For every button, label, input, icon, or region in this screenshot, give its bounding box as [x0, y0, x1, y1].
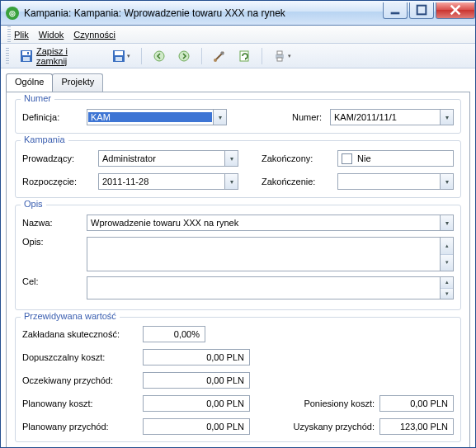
group-desc: Opis Nazwa: Wprowadzenie towaru XXX na r…: [15, 205, 461, 310]
definition-value: KAM: [88, 112, 212, 122]
window-controls: [381, 2, 475, 19]
end-combo[interactable]: ▾: [337, 173, 454, 190]
toolbar-separator-2: [201, 48, 202, 64]
lead-combo[interactable]: Administrator ▾: [98, 150, 238, 167]
titlebar: ◎ Kampania: Kampania: Wprowadzenie towar…: [1, 1, 475, 26]
lead-label: Prowadzący:: [22, 153, 98, 163]
print-button[interactable]: ▾: [269, 47, 295, 65]
eff-input[interactable]: 0,00%: [143, 326, 205, 342]
group-campaign: Kampania Prowadzący: Administrator ▾ Zak…: [15, 140, 461, 198]
svg-rect-15: [277, 58, 282, 61]
spin-buttons[interactable]: ▴▾: [440, 238, 453, 271]
tab-bar: Ogólne Projekty: [6, 73, 470, 92]
group-value: Przewidywana wartość Zakładana skuteczno…: [15, 317, 461, 442]
exprev-input[interactable]: 0,00 PLN: [143, 372, 250, 389]
menu-view[interactable]: Widok: [39, 30, 64, 40]
tools-icon: [213, 50, 226, 63]
save-close-label: Zapisz i zamknij: [36, 46, 101, 66]
goal-textarea[interactable]: ▴▾: [87, 276, 454, 299]
group-desc-legend: Opis: [21, 199, 46, 209]
start-value: 2011-11-28: [99, 177, 224, 186]
plancost-input[interactable]: 0,00 PLN: [143, 395, 250, 412]
spin-buttons[interactable]: ▴▾: [440, 277, 453, 299]
close-button[interactable]: [436, 2, 475, 19]
dropdown-arrow-icon-2: ▾: [288, 53, 291, 59]
number-value: KAM/2011/11/1: [331, 112, 440, 122]
toolbar-separator-3: [262, 48, 262, 64]
chevron-down-icon: ▾: [213, 110, 226, 125]
svg-point-9: [154, 51, 164, 61]
desc-textarea[interactable]: ▴▾: [87, 237, 454, 271]
window-title: Kampania: Kampania: Wprowadzenie towaru …: [24, 7, 381, 19]
svg-rect-14: [277, 51, 282, 54]
menubar-handle: [7, 26, 11, 43]
planrev-label: Planowany przychód:: [22, 422, 143, 431]
plancost-label: Planowany koszt:: [22, 398, 143, 408]
definition-label: Definicja:: [22, 112, 87, 122]
save-button[interactable]: ▾: [108, 47, 134, 65]
tab-general[interactable]: Ogólne: [6, 73, 53, 92]
svg-rect-4: [23, 57, 30, 61]
exprev-label: Oczekiwany przychód:: [22, 375, 143, 385]
chevron-down-icon: ▾: [440, 215, 453, 230]
start-combo[interactable]: 2011-11-28 ▾: [98, 173, 238, 190]
lead-value: Administrator: [99, 153, 224, 163]
gainrev-input[interactable]: 123,00 PLN: [379, 418, 454, 435]
tab-projects[interactable]: Projekty: [52, 73, 103, 92]
eff-label: Zakładana skuteczność:: [22, 329, 143, 339]
end-label: Zakończenie:: [258, 177, 337, 186]
minimize-button[interactable]: [383, 2, 408, 19]
toolbar-separator: [141, 48, 142, 64]
inccost-input[interactable]: 0,00 PLN: [379, 395, 454, 412]
svg-rect-1: [417, 6, 427, 15]
menubar: Plik Widok Czynności: [1, 26, 475, 44]
toolbar: Zapisz i zamknij ▾ ▾: [1, 44, 475, 68]
printer-icon: [273, 50, 286, 63]
toolbar-handle: [6, 48, 9, 64]
chevron-down-icon: ▾: [224, 151, 238, 166]
goal-label: Cel:: [22, 276, 87, 286]
maxcost-input[interactable]: 0,00 PLN: [143, 349, 250, 365]
name-combo[interactable]: Wprowadzenie towaru XXX na rynek ▾: [87, 215, 454, 231]
number-combo[interactable]: KAM/2011/11/1 ▾: [330, 109, 454, 125]
inccost-label: Poniesiony koszt:: [276, 398, 379, 408]
planrev-input[interactable]: 0,00 PLN: [143, 418, 250, 435]
number-label: Numer:: [292, 112, 330, 122]
chevron-down-icon: ▾: [224, 174, 238, 189]
client-area: Ogólne Projekty Numer Definicja: KAM ▾ N…: [1, 68, 475, 447]
done-label: Zakończony:: [258, 153, 337, 163]
start-label: Rozpoczęcie:: [22, 177, 98, 186]
desc-label: Opis:: [22, 237, 87, 247]
chevron-down-icon: ▾: [440, 110, 453, 125]
app-icon: ◎: [6, 7, 19, 20]
tools-button[interactable]: [209, 47, 230, 65]
chevron-down-icon: ▾: [440, 174, 453, 189]
nav-back-button[interactable]: [148, 47, 170, 65]
svg-rect-7: [115, 51, 123, 55]
refresh-button[interactable]: [233, 47, 255, 65]
group-value-legend: Przewidywana wartość: [21, 311, 120, 321]
save-close-button[interactable]: Zapisz i zamknij: [16, 47, 105, 65]
dropdown-arrow-icon: ▾: [127, 53, 130, 59]
svg-rect-3: [22, 51, 31, 55]
group-campaign-legend: Kampania: [21, 134, 68, 144]
svg-point-10: [179, 51, 189, 61]
disk-icon: [20, 50, 33, 63]
definition-combo[interactable]: KAM ▾: [87, 109, 227, 125]
disk-small-icon: [112, 50, 125, 63]
tab-content: Numer Definicja: KAM ▾ Numer: KAM/2011/1…: [6, 92, 470, 447]
nav-forward-button[interactable]: [173, 47, 195, 65]
menu-actions[interactable]: Czynności: [73, 30, 115, 40]
svg-rect-8: [115, 57, 122, 61]
maximize-button[interactable]: [409, 2, 434, 19]
svg-point-11: [214, 59, 217, 62]
done-value: Nie: [357, 153, 371, 163]
maxcost-label: Dopuszczalny koszt:: [22, 352, 143, 362]
arrow-left-icon: [153, 50, 166, 63]
checkbox-icon: [342, 153, 352, 164]
menu-file[interactable]: Plik: [14, 30, 29, 40]
done-checkbox[interactable]: Nie: [337, 150, 454, 167]
gainrev-label: Uzyskany przychód:: [276, 422, 379, 431]
group-number-legend: Numer: [21, 93, 54, 103]
name-value: Wprowadzenie towaru XXX na rynek: [87, 218, 440, 228]
